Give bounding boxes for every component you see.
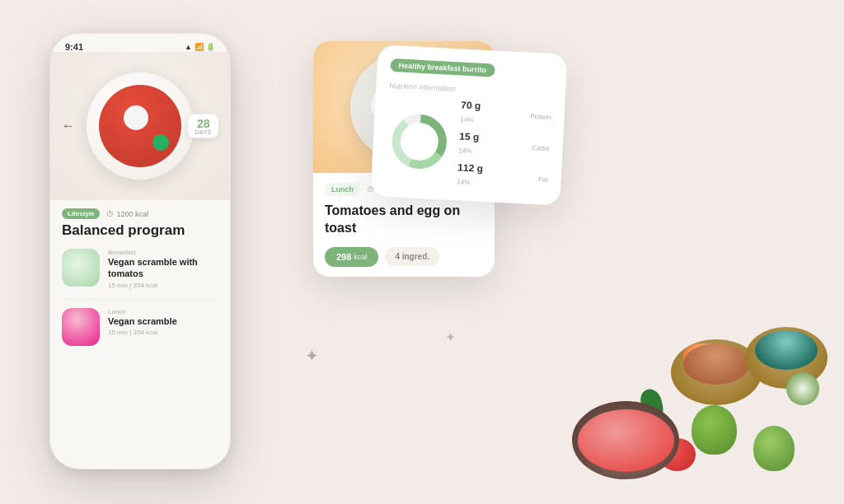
carbs-pct: 14% xyxy=(458,147,471,155)
program-title: Balanced program xyxy=(62,222,218,239)
fat-pct: 14% xyxy=(457,178,470,186)
program-meta: Lifestyle ⏱ 1200 kcal xyxy=(62,208,218,219)
days-counter: 28 DAYS xyxy=(188,114,218,138)
phone-status-icons: ▲ 📶 🔋 xyxy=(185,43,215,51)
phone-time: 9:41 xyxy=(65,42,83,52)
protein-value: 70 g xyxy=(461,100,481,110)
ingredients-label: ingred. xyxy=(402,252,429,261)
back-icon: ← xyxy=(62,119,75,133)
meal-item-2[interactable]: Lunch Vegan scramble 15 min | 354 kcal xyxy=(62,308,218,346)
apple-2 xyxy=(753,426,795,471)
ingredients-count: 4 xyxy=(395,252,400,261)
program-kcal: ⏱ 1200 kcal xyxy=(106,210,148,218)
signal-icon: ▲ xyxy=(185,43,192,51)
nutrition-donut-chart xyxy=(385,107,454,176)
protein-pct: 14% xyxy=(460,115,473,124)
plate-food-item xyxy=(99,85,181,167)
clock-icon: ⏱ xyxy=(106,210,114,218)
phone-status-bar: 9:41 ▲ 📶 🔋 xyxy=(50,34,230,52)
chicken-piece xyxy=(683,343,733,376)
back-button[interactable]: ← xyxy=(62,119,75,133)
carbs-value: 15 g xyxy=(459,131,480,142)
lifestyle-badge: Lifestyle xyxy=(62,208,100,219)
meal-thumbnail-1 xyxy=(62,249,100,287)
nutrition-values: 70 g 14% Protein 15 g 14% Carbs 112 g 14… xyxy=(457,100,551,192)
battery-icon: 🔋 xyxy=(206,43,215,51)
sparkle-decoration-2: ✦ xyxy=(445,329,456,345)
kcal-unit: kcal xyxy=(354,253,367,261)
kcal-value: 298 xyxy=(336,252,351,262)
nutrition-chart-area: 70 g 14% Protein 15 g 14% Carbs 112 g 14… xyxy=(384,96,551,192)
days-label: DAYS xyxy=(195,129,212,135)
divider xyxy=(62,299,218,300)
protein-label: Protein xyxy=(530,112,551,120)
carbs-label: Carbs xyxy=(532,144,550,152)
days-number: 28 xyxy=(195,118,212,129)
meal-category-1: Breakfast xyxy=(108,249,218,256)
kcal-pill: 298 kcal xyxy=(325,247,378,267)
meal-name-1: Vegan scramble with tomatos xyxy=(108,256,218,280)
meal-thumbnail-2 xyxy=(62,308,100,346)
meal-meta-1: 15 min | 354 kcal xyxy=(108,282,218,289)
meal-item-1[interactable]: Breakfast Vegan scramble with tomatos 15… xyxy=(62,249,218,289)
nutrition-info-title: Nutrition information xyxy=(389,82,552,98)
nutrition-card: Healthy breakfast burrito Nutrition info… xyxy=(370,44,567,206)
wifi-icon: 📶 xyxy=(195,43,204,51)
meal-meta-2: 15 min | 354 kcal xyxy=(108,329,218,336)
food-plate xyxy=(87,72,194,180)
carbs-item: 15 g 14% Carbs xyxy=(458,131,550,161)
nutrition-badge: Healthy breakfast burrito xyxy=(390,58,495,77)
kcal-text: 1200 kcal xyxy=(116,210,148,218)
ingredients-pill: 4 ingred. xyxy=(385,247,439,266)
fat-label: Fat xyxy=(538,175,548,184)
phone-mockup: 9:41 ▲ 📶 🔋 ← 28 DAYS Lifestyle ⏱ 1200 kc… xyxy=(49,33,231,469)
phone-content: Lifestyle ⏱ 1200 kcal Balanced program B… xyxy=(50,200,230,364)
meal-info-2: Lunch Vegan scramble 15 min | 354 kcal xyxy=(108,308,218,336)
salad-bowl xyxy=(572,401,679,479)
meal-name-2: Vegan scramble xyxy=(108,315,218,327)
kiwi-fruit xyxy=(786,372,819,405)
phone-hero-image: ← 28 DAYS xyxy=(50,52,230,200)
food-card-stats: 298 kcal 4 ingred. xyxy=(325,247,483,267)
nutrition-header: Healthy breakfast burrito xyxy=(390,58,554,80)
meal-info-1: Breakfast Vegan scramble with tomatos 15… xyxy=(108,249,218,289)
background-food-decoration xyxy=(572,240,844,504)
apple-1 xyxy=(692,405,737,455)
sparkle-decoration-1: ✦ xyxy=(305,346,319,366)
food-tag-lunch: Lunch xyxy=(325,183,360,196)
meal-category-2: Lunch xyxy=(108,308,218,315)
fat-item: 112 g 14% Fat xyxy=(457,162,548,192)
protein-item: 70 g 14% Protein xyxy=(460,100,551,129)
food-card-title: Tomatoes and egg on toast xyxy=(325,203,483,237)
fat-value: 112 g xyxy=(457,162,483,174)
